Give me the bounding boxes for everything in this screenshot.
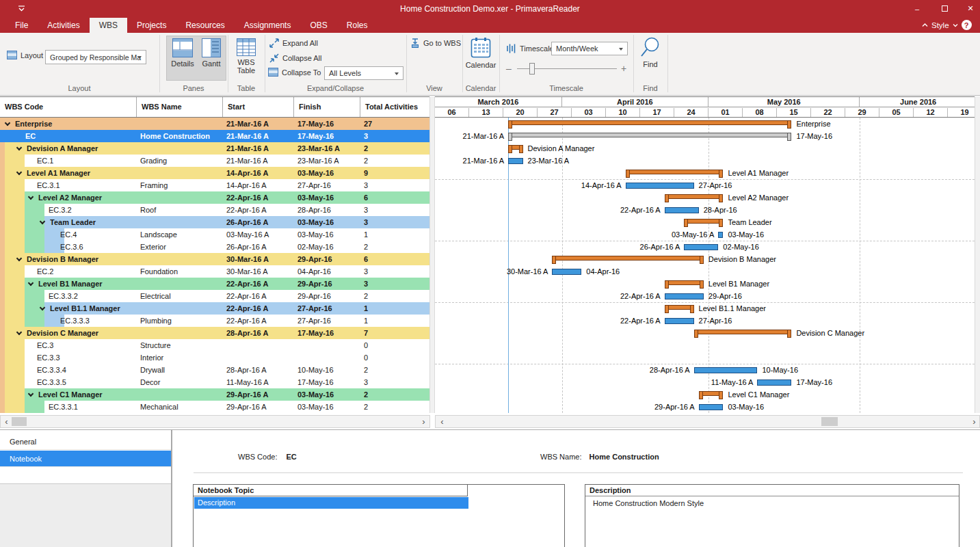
table-row[interactable]: EC.3.3.3Plumbing22-Apr-16 A27-Apr-161 xyxy=(0,315,430,327)
table-row[interactable]: EC.1Grading21-Mar-16 A23-Mar-16 A2 xyxy=(0,155,430,167)
collapse-to-combobox[interactable]: All Levels xyxy=(324,66,403,80)
table-row[interactable]: Level C1 Manager29-Apr-16 A03-May-162 xyxy=(0,388,430,401)
goto-wbs-button[interactable]: Go to WBS xyxy=(410,38,461,48)
table-row[interactable]: EC.3.3.4Drywall28-Apr-16 A10-May-162 xyxy=(0,364,430,376)
table-row[interactable]: Level A2 Manager22-Apr-16 A03-May-166 xyxy=(0,191,430,204)
gantt-bar-task[interactable] xyxy=(699,404,724,410)
gantt-bar-task[interactable] xyxy=(665,207,699,213)
wbs-table-button[interactable]: WBS Table xyxy=(233,38,260,75)
table-row[interactable]: Devision B Manager30-Mar-16 A29-Apr-166 xyxy=(0,253,430,265)
notebook-topic-row[interactable]: Description xyxy=(194,497,468,509)
gantt-bar-summary[interactable] xyxy=(684,219,723,224)
help-button[interactable]: ? xyxy=(962,20,972,30)
close-button[interactable]: ✕ xyxy=(963,3,978,14)
gantt-bar-summary[interactable] xyxy=(552,256,703,261)
timescale-slider-thumb[interactable] xyxy=(529,63,535,75)
gantt-bar-summary[interactable] xyxy=(665,280,704,285)
column-header-finish[interactable]: Finish xyxy=(294,97,360,117)
gantt-bar-summary[interactable] xyxy=(508,145,522,150)
table-row[interactable]: Devision C Manager28-Apr-16 A17-May-167 xyxy=(0,327,430,339)
cell-finish: 03-May-16 xyxy=(297,401,360,413)
scrollbar-thumb[interactable] xyxy=(12,417,27,426)
details-tab-notebook[interactable]: Notebook xyxy=(0,451,171,467)
cell-start xyxy=(226,339,293,351)
group-by-combobox[interactable]: Grouped by Responsible Ma xyxy=(45,50,146,64)
style-control[interactable]: Style ? xyxy=(922,20,972,30)
gantt-bar-task[interactable] xyxy=(718,232,723,238)
gantt-bar-task[interactable] xyxy=(626,183,694,189)
gantt-bar-task[interactable] xyxy=(508,158,522,164)
tab-roles[interactable]: Roles xyxy=(337,18,378,33)
gantt-bar-task[interactable] xyxy=(665,318,694,324)
scroll-left-icon[interactable]: ‹ xyxy=(438,417,447,426)
tab-file[interactable]: File xyxy=(5,18,38,33)
tab-activities[interactable]: Activities xyxy=(38,18,89,33)
notebook-topic-column-header[interactable]: Notebook Topic xyxy=(194,485,468,496)
timescale-combobox[interactable]: Month/Week xyxy=(551,42,628,55)
tab-obs[interactable]: OBS xyxy=(300,18,336,33)
calendar-button[interactable]: Calendar xyxy=(465,37,496,69)
timescale-button[interactable]: Timescale xyxy=(506,44,554,53)
tab-assignments[interactable]: Assignments xyxy=(235,18,301,33)
maximize-button[interactable] xyxy=(937,3,952,14)
table-row[interactable]: EC.3.6Exterior26-Apr-16 A02-May-162 xyxy=(0,241,430,253)
gantt-bar-summary[interactable] xyxy=(694,330,792,334)
table-row[interactable]: EC.3.2Roof22-Apr-16 A28-Apr-163 xyxy=(0,204,430,216)
zoom-in-button[interactable]: + xyxy=(621,63,626,74)
collapse-all-button[interactable]: Collapse All xyxy=(269,53,321,63)
find-button[interactable]: Find xyxy=(637,36,663,68)
cell-start: 22-Apr-16 A xyxy=(226,290,293,302)
details-pane-button[interactable]: Details xyxy=(168,38,197,68)
table-row[interactable]: EC.3.3.2Electrical22-Apr-16 A29-Apr-162 xyxy=(0,290,430,302)
wbs-table-horizontal-scrollbar[interactable]: ‹ › xyxy=(0,415,430,428)
column-header-wbs-name[interactable]: WBS Name xyxy=(137,97,223,117)
table-row[interactable]: EC.2Foundation30-Mar-16 A04-Apr-163 xyxy=(0,265,430,278)
collapse-to-button[interactable]: Collapse To xyxy=(268,68,321,77)
gantt-bar-summary[interactable] xyxy=(665,305,694,310)
gantt-bar-summary[interactable] xyxy=(626,170,724,174)
table-row[interactable]: EC.3.1Framing14-Apr-16 A27-Apr-163 xyxy=(0,179,430,191)
gantt-horizontal-scrollbar[interactable]: ‹ › xyxy=(435,415,980,428)
table-row[interactable]: ECHome Construction21-Mar-16 A17-May-163 xyxy=(0,130,430,142)
column-header-wbs-code[interactable]: WBS Code xyxy=(0,97,137,117)
gantt-bar-task[interactable] xyxy=(694,367,758,373)
minimize-button[interactable]: – xyxy=(910,3,925,14)
column-header-total-activities[interactable]: Total Activities xyxy=(360,97,430,117)
tab-resources[interactable]: Resources xyxy=(176,18,234,33)
table-row[interactable]: EC.4Landscape03-May-16 A03-May-161 xyxy=(0,228,430,241)
gantt-bar-project[interactable] xyxy=(508,133,791,137)
wbs-table-vertical-scrollbar[interactable] xyxy=(429,96,435,413)
gantt-bar-task[interactable] xyxy=(552,269,581,275)
table-row[interactable]: EC.3.3.1Mechanical29-Apr-16 A03-May-162 xyxy=(0,401,430,413)
table-row[interactable]: Devision A Manager21-Mar-16 A23-Mar-16 A… xyxy=(0,142,430,155)
description-text[interactable]: Home Construction Modern Style xyxy=(585,496,959,507)
gantt-pane-button[interactable]: Gantt xyxy=(198,38,224,68)
zoom-out-button[interactable]: – xyxy=(506,63,512,74)
gantt-bar-task[interactable] xyxy=(757,379,791,386)
gantt-bar-summary[interactable] xyxy=(508,120,791,125)
gantt-bar-summary[interactable] xyxy=(699,391,724,396)
table-row[interactable]: Team Leader26-Apr-16 A03-May-163 xyxy=(0,216,430,228)
tab-projects[interactable]: Projects xyxy=(127,18,176,33)
scroll-left-icon[interactable]: ‹ xyxy=(2,417,11,426)
gantt-bar-task[interactable] xyxy=(684,244,718,250)
table-row[interactable]: EC.3.3Interior0 xyxy=(0,351,430,364)
scroll-right-icon[interactable]: › xyxy=(970,417,979,426)
table-row[interactable]: Level A1 Manager14-Apr-16 A03-May-169 xyxy=(0,167,430,179)
table-row[interactable]: EC.3Structure0 xyxy=(0,339,430,351)
scrollbar-thumb[interactable] xyxy=(821,417,838,426)
column-header-start[interactable]: Start xyxy=(223,97,294,117)
details-tab-general[interactable]: General xyxy=(0,433,171,450)
scroll-right-icon[interactable]: › xyxy=(419,417,428,426)
gantt-vertical-scrollbar[interactable] xyxy=(975,96,980,413)
gantt-bar-summary[interactable] xyxy=(665,194,724,199)
table-row[interactable]: Level B1 Manager22-Apr-16 A29-Apr-163 xyxy=(0,278,430,290)
tab-wbs[interactable]: WBS xyxy=(90,18,127,33)
layout-button[interactable]: Layout xyxy=(7,51,43,59)
cell-wbs-code: EC.3.3.4 xyxy=(37,364,135,376)
table-row[interactable]: EC.3.3.5Decor11-May-16 A17-May-163 xyxy=(0,376,430,388)
table-row[interactable]: Level B1.1 Manager22-Apr-16 A27-Apr-161 xyxy=(0,302,430,315)
gantt-bar-task[interactable] xyxy=(665,293,704,299)
table-row[interactable]: Enterprise21-Mar-16 A17-May-1627 xyxy=(0,118,430,130)
expand-all-button[interactable]: Expand All xyxy=(269,38,318,48)
